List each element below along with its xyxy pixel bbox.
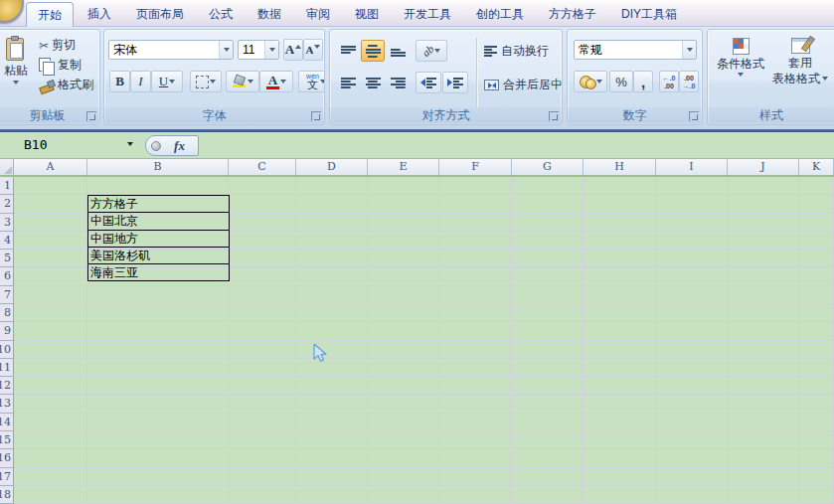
cell-K10[interactable]: [799, 341, 834, 359]
cell-G18[interactable]: [512, 486, 584, 504]
cell-E8[interactable]: [368, 304, 439, 322]
column-header-G[interactable]: G: [512, 159, 584, 175]
cell-J2[interactable]: [728, 195, 799, 213]
grow-font-button[interactable]: A: [283, 39, 303, 61]
office-button[interactable]: [0, 0, 24, 23]
cell-B13[interactable]: [87, 395, 229, 413]
cell-J1[interactable]: [728, 177, 799, 195]
cell-F17[interactable]: [439, 468, 512, 486]
column-header-F[interactable]: F: [439, 159, 512, 175]
select-all-corner[interactable]: [0, 159, 14, 175]
phonetic-button[interactable]: wén 文: [298, 71, 325, 92]
cell-A11[interactable]: [14, 359, 87, 377]
cell-D16[interactable]: [296, 449, 368, 467]
cell-A8[interactable]: [14, 304, 87, 322]
tab-页面布局[interactable]: 页面布局: [125, 2, 195, 27]
cell-K1[interactable]: [799, 177, 834, 195]
tab-视图[interactable]: 视图: [344, 2, 390, 27]
cell-E4[interactable]: [368, 232, 439, 250]
bold-button[interactable]: B: [109, 71, 130, 92]
cell-I8[interactable]: [656, 304, 728, 322]
cell-K2[interactable]: [799, 195, 834, 213]
cell-B15[interactable]: [87, 431, 229, 449]
cell-K18[interactable]: [799, 486, 834, 504]
cell-D13[interactable]: [296, 395, 368, 413]
cell-I15[interactable]: [656, 431, 728, 449]
cell-styles-button[interactable]: 单元格 样式: [829, 34, 834, 107]
cell-E10[interactable]: [368, 341, 439, 359]
cell-K17[interactable]: [799, 468, 834, 486]
cell-C2[interactable]: [229, 195, 296, 213]
cell-F18[interactable]: [439, 486, 512, 504]
cell-K15[interactable]: [799, 431, 834, 449]
cell-A16[interactable]: [14, 449, 87, 467]
cell-A1[interactable]: [14, 177, 87, 195]
cell-A4[interactable]: [14, 232, 87, 250]
cell-C9[interactable]: [229, 322, 296, 340]
cell-G6[interactable]: [512, 267, 584, 285]
comma-style-button[interactable]: ,: [633, 71, 653, 92]
insert-function-button[interactable]: fx: [145, 135, 199, 156]
font-dialog-launcher-icon[interactable]: [311, 111, 321, 121]
decrease-indent-button[interactable]: [416, 72, 441, 93]
row-header-16[interactable]: 16: [0, 449, 14, 467]
cell-F4[interactable]: [439, 232, 512, 250]
cell-J5[interactable]: [728, 250, 799, 267]
tab-创的工具[interactable]: 创的工具: [465, 2, 535, 27]
row-header-5[interactable]: 5: [0, 250, 14, 267]
row-header-15[interactable]: 15: [0, 431, 14, 449]
cell-F15[interactable]: [439, 431, 512, 449]
cell-C17[interactable]: [229, 468, 296, 486]
cell-F10[interactable]: [439, 341, 512, 359]
cell-K14[interactable]: [799, 414, 834, 431]
cell-F9[interactable]: [439, 322, 512, 340]
row-header-17[interactable]: 17: [0, 468, 14, 486]
font-size-combo[interactable]: 11: [238, 40, 279, 60]
tab-公式[interactable]: 公式: [198, 2, 244, 27]
cell-H7[interactable]: [584, 286, 656, 304]
cell-B1[interactable]: [87, 177, 229, 195]
cell-J13[interactable]: [728, 395, 799, 413]
cell-C10[interactable]: [229, 341, 296, 359]
cell-G5[interactable]: [512, 250, 584, 267]
cell-D6[interactable]: [296, 267, 368, 285]
column-header-H[interactable]: H: [584, 159, 656, 175]
cell-H1[interactable]: [584, 177, 656, 195]
cell-K7[interactable]: [799, 286, 834, 304]
cell-A2[interactable]: [14, 195, 87, 213]
cell-F3[interactable]: [439, 214, 512, 232]
cell-D12[interactable]: [296, 377, 368, 395]
align-right-button[interactable]: [386, 72, 410, 93]
cell-E11[interactable]: [368, 359, 439, 377]
cell-B7[interactable]: [87, 286, 229, 304]
cell-A7[interactable]: [14, 286, 87, 304]
clipboard-dialog-launcher-icon[interactable]: [86, 111, 96, 121]
cell-D9[interactable]: [296, 322, 368, 340]
cell-I12[interactable]: [656, 377, 728, 395]
cell-F13[interactable]: [439, 395, 512, 413]
cell-G17[interactable]: [512, 468, 584, 486]
cell-H12[interactable]: [584, 377, 656, 395]
cell-A15[interactable]: [14, 431, 87, 449]
cell-C3[interactable]: [229, 214, 296, 232]
cell-F14[interactable]: [439, 414, 512, 431]
cell-H15[interactable]: [584, 431, 656, 449]
cell-F2[interactable]: [439, 195, 512, 213]
increase-indent-button[interactable]: [442, 72, 468, 93]
cell-C4[interactable]: [229, 232, 296, 250]
paste-button[interactable]: 粘贴: [0, 36, 35, 107]
cell-F7[interactable]: [439, 286, 512, 304]
column-header-J[interactable]: J: [728, 159, 799, 175]
cell-K5[interactable]: [799, 250, 834, 267]
cell-E3[interactable]: [368, 214, 439, 232]
cell-E5[interactable]: [368, 250, 439, 267]
conditional-formatting-button[interactable]: 条件格式: [712, 34, 769, 107]
cell-C16[interactable]: [229, 449, 296, 467]
cell-D18[interactable]: [296, 486, 368, 504]
increase-decimal-button[interactable]: ←.0 .00: [659, 71, 679, 92]
cell-E14[interactable]: [368, 414, 439, 431]
row-header-12[interactable]: 12: [0, 377, 14, 395]
cell-E6[interactable]: [368, 267, 439, 285]
cell-K8[interactable]: [799, 304, 834, 322]
cell-J14[interactable]: [728, 414, 799, 431]
